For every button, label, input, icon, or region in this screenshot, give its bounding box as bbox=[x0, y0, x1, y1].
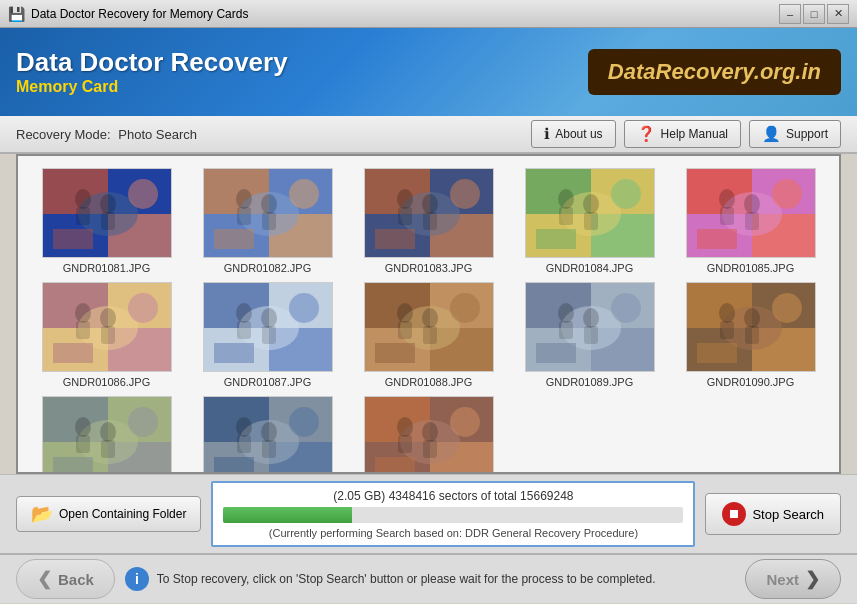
svg-point-106 bbox=[75, 417, 91, 437]
about-button[interactable]: ℹ About us bbox=[531, 120, 615, 148]
stop-search-button[interactable]: Stop Search bbox=[705, 493, 841, 535]
svg-point-96 bbox=[719, 303, 735, 323]
svg-rect-44 bbox=[697, 229, 737, 249]
window-controls: – □ ✕ bbox=[779, 4, 849, 24]
app-subtitle: Memory Card bbox=[16, 78, 288, 96]
photo-item[interactable]: GNDR01081.JPG bbox=[30, 168, 183, 274]
svg-point-98 bbox=[744, 308, 760, 328]
svg-rect-69 bbox=[262, 326, 276, 344]
next-button[interactable]: Next ❯ bbox=[745, 559, 841, 599]
photo-label: GNDR01087.JPG bbox=[224, 376, 311, 388]
svg-rect-129 bbox=[423, 440, 437, 458]
photo-item[interactable]: GNDR01087.JPG bbox=[191, 282, 344, 388]
svg-point-16 bbox=[236, 189, 252, 209]
svg-point-86 bbox=[558, 303, 574, 323]
svg-rect-64 bbox=[214, 343, 254, 363]
svg-rect-57 bbox=[76, 321, 90, 339]
photo-thumbnail bbox=[42, 282, 172, 372]
close-button[interactable]: ✕ bbox=[827, 4, 849, 24]
photo-item[interactable]: GNDR01085.JPG bbox=[674, 168, 827, 274]
svg-point-115 bbox=[289, 407, 319, 437]
photo-svg bbox=[43, 169, 172, 258]
photo-item[interactable]: GNDR01089.JPG bbox=[513, 282, 666, 388]
svg-rect-119 bbox=[262, 440, 276, 458]
svg-rect-99 bbox=[745, 326, 759, 344]
svg-point-58 bbox=[100, 308, 116, 328]
back-button[interactable]: ❮ Back bbox=[16, 559, 115, 599]
photo-item[interactable]: GNDR01088.JPG bbox=[352, 282, 505, 388]
svg-point-28 bbox=[422, 194, 438, 214]
window-title: Data Doctor Recovery for Memory Cards bbox=[31, 7, 779, 21]
photo-item[interactable]: GNDR01092.JPG bbox=[191, 396, 344, 474]
svg-point-35 bbox=[611, 179, 641, 209]
svg-point-128 bbox=[422, 422, 438, 442]
photo-label: GNDR01089.JPG bbox=[546, 376, 633, 388]
photo-thumbnail bbox=[686, 282, 816, 372]
photo-thumbnail bbox=[686, 168, 816, 258]
svg-point-85 bbox=[611, 293, 641, 323]
svg-point-78 bbox=[422, 308, 438, 328]
svg-point-75 bbox=[450, 293, 480, 323]
support-button[interactable]: 👤 Support bbox=[749, 120, 841, 148]
help-button[interactable]: ❓ Help Manual bbox=[624, 120, 741, 148]
help-icon: ❓ bbox=[637, 125, 656, 143]
photo-thumbnail bbox=[364, 396, 494, 474]
photo-grid-container[interactable]: GNDR01081.JPG GNDR01082.JPG bbox=[16, 154, 841, 474]
svg-rect-79 bbox=[423, 326, 437, 344]
svg-point-46 bbox=[719, 189, 735, 209]
navigation-bar: ❮ Back i To Stop recovery, click on 'Sto… bbox=[0, 553, 857, 603]
photo-item[interactable]: GNDR01086.JPG bbox=[30, 282, 183, 388]
svg-rect-9 bbox=[101, 212, 115, 230]
photo-label: GNDR01081.JPG bbox=[63, 262, 150, 274]
photo-label: GNDR01090.JPG bbox=[707, 376, 794, 388]
svg-point-65 bbox=[289, 293, 319, 323]
svg-rect-77 bbox=[398, 321, 412, 339]
photo-item[interactable]: GNDR01090.JPG bbox=[674, 282, 827, 388]
photo-item[interactable]: GNDR01084.JPG bbox=[513, 168, 666, 274]
photo-svg bbox=[526, 283, 655, 372]
nav-info-icon: i bbox=[125, 567, 149, 591]
svg-rect-34 bbox=[536, 229, 576, 249]
photo-thumbnail bbox=[203, 282, 333, 372]
photo-thumbnail bbox=[525, 168, 655, 258]
svg-rect-47 bbox=[720, 207, 734, 225]
minimize-button[interactable]: – bbox=[779, 4, 801, 24]
svg-rect-17 bbox=[237, 207, 251, 225]
maximize-button[interactable]: □ bbox=[803, 4, 825, 24]
photo-thumbnail bbox=[364, 168, 494, 258]
photo-svg bbox=[687, 283, 816, 372]
svg-rect-27 bbox=[398, 207, 412, 225]
photo-item[interactable]: GNDR01082.JPG bbox=[191, 168, 344, 274]
svg-rect-114 bbox=[214, 457, 254, 474]
svg-point-68 bbox=[261, 308, 277, 328]
photo-item[interactable]: GNDR01083.JPG bbox=[352, 168, 505, 274]
photo-svg bbox=[43, 283, 172, 372]
svg-point-8 bbox=[100, 194, 116, 214]
svg-rect-127 bbox=[398, 435, 412, 453]
photo-svg bbox=[687, 169, 816, 258]
svg-rect-87 bbox=[559, 321, 573, 339]
photo-svg bbox=[365, 169, 494, 258]
svg-point-105 bbox=[128, 407, 158, 437]
svg-rect-24 bbox=[375, 229, 415, 249]
svg-point-76 bbox=[397, 303, 413, 323]
svg-rect-124 bbox=[375, 457, 415, 474]
photo-svg bbox=[204, 397, 333, 474]
svg-rect-29 bbox=[423, 212, 437, 230]
open-folder-button[interactable]: 📂 Open Containing Folder bbox=[16, 496, 201, 532]
photo-thumbnail bbox=[42, 396, 172, 474]
progress-text: (2.05 GB) 4348416 sectors of total 15669… bbox=[223, 489, 683, 503]
svg-point-5 bbox=[128, 179, 158, 209]
photo-thumbnail bbox=[203, 168, 333, 258]
svg-rect-7 bbox=[76, 207, 90, 225]
photo-svg bbox=[204, 169, 333, 258]
svg-rect-67 bbox=[237, 321, 251, 339]
back-chevron-icon: ❮ bbox=[37, 568, 52, 590]
photo-item[interactable]: GNDR01093.JPG bbox=[352, 396, 505, 474]
svg-point-36 bbox=[558, 189, 574, 209]
svg-rect-54 bbox=[53, 343, 93, 363]
svg-rect-109 bbox=[101, 440, 115, 458]
svg-point-118 bbox=[261, 422, 277, 442]
progress-area: (2.05 GB) 4348416 sectors of total 15669… bbox=[211, 481, 695, 547]
photo-item[interactable]: GNDR01091.JPG bbox=[30, 396, 183, 474]
